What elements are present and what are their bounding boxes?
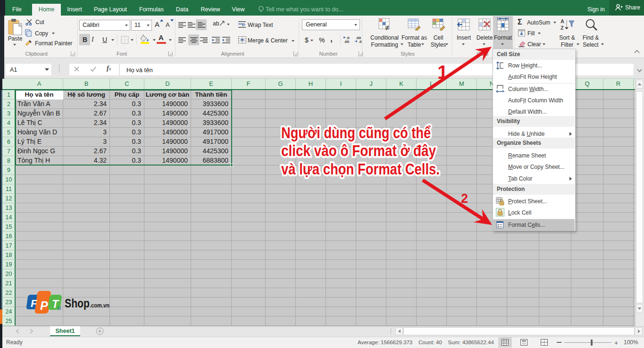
svg-text:Người dùng cũng có thể: Người dùng cũng có thể: [281, 124, 431, 141]
svg-text:click vào ô Format ở đây: click vào ô Format ở đây: [281, 142, 436, 159]
svg-text:và lựa chọn Format Cells.: và lựa chọn Format Cells.: [281, 160, 440, 178]
